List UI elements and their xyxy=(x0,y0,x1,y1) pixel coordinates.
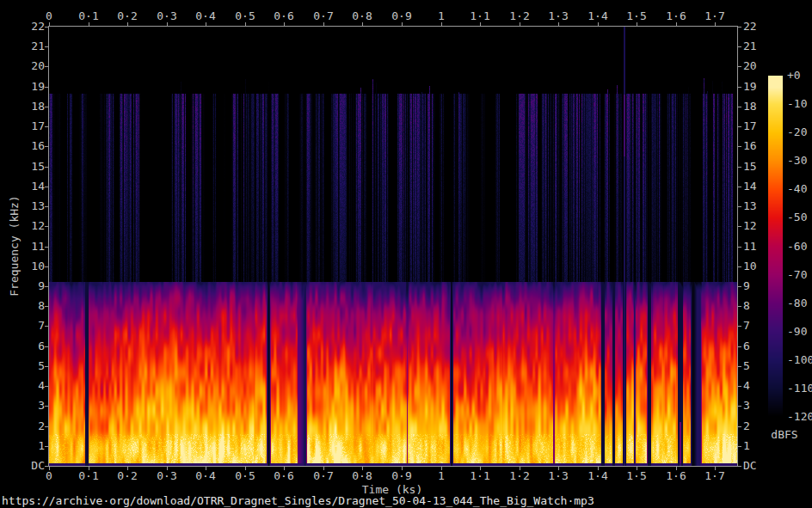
x-tick-label-bottom: 1 xyxy=(424,470,458,482)
x-tick-mark-top xyxy=(167,22,168,26)
x-tick-label-bottom: 1·7 xyxy=(698,470,732,482)
y-tick-mark-right xyxy=(738,266,741,267)
colorbar-tick-label: -120 xyxy=(787,411,812,423)
x-tick-mark-top xyxy=(480,22,481,26)
y-tick-mark-left xyxy=(45,27,48,28)
colorbar-tick-label: -110 xyxy=(787,383,812,395)
y-tick-mark-left xyxy=(45,406,48,407)
x-tick-label-bottom: 0 xyxy=(32,470,66,482)
x-tick-label-top: 0·2 xyxy=(110,10,145,22)
x-tick-mark-top xyxy=(245,22,246,26)
x-tick-label-bottom: 0·9 xyxy=(384,470,419,482)
y-tick-label-left: 4 xyxy=(9,380,45,392)
y-tick-mark-left xyxy=(45,226,48,227)
colorbar-unit-label: dBFS xyxy=(762,428,807,441)
colorbar-tick-label: -90 xyxy=(787,326,812,338)
x-tick-label-bottom: 0·5 xyxy=(228,470,262,482)
colorbar-tick-label: -70 xyxy=(787,269,812,281)
x-tick-mark-top xyxy=(362,22,363,26)
y-tick-mark-left xyxy=(45,46,48,47)
y-tick-mark-right xyxy=(738,466,741,467)
y-tick-mark-right xyxy=(738,87,741,88)
y-tick-label-right: DC xyxy=(743,460,778,472)
y-tick-mark-right xyxy=(738,187,741,187)
y-tick-mark-right xyxy=(738,66,741,67)
colorbar-tick-label: -30 xyxy=(787,155,812,167)
spectrogram-canvas xyxy=(49,27,737,466)
x-tick-label-top: 0·5 xyxy=(228,10,262,22)
y-tick-label-left: 18 xyxy=(9,101,45,113)
x-tick-mark-top xyxy=(637,22,637,26)
colorbar-tick-label: -60 xyxy=(787,241,812,253)
x-tick-label-top: 1·7 xyxy=(698,10,732,22)
y-tick-label-left: 1 xyxy=(9,440,45,452)
x-tick-label-top: 1·6 xyxy=(659,10,693,22)
x-tick-label-top: 1 xyxy=(424,10,458,22)
y-tick-label-left: 3 xyxy=(9,400,45,412)
y-tick-mark-right xyxy=(738,386,741,387)
y-tick-mark-left xyxy=(45,426,48,427)
x-tick-label-bottom: 1·2 xyxy=(502,470,537,482)
colorbar-gradient xyxy=(768,76,783,417)
y-tick-mark-right xyxy=(738,27,741,28)
y-tick-mark-right xyxy=(738,406,741,407)
x-tick-mark-top xyxy=(598,22,599,26)
y-tick-mark-right xyxy=(738,206,741,207)
x-tick-label-top: 0·1 xyxy=(71,10,106,22)
x-tick-mark-top xyxy=(206,22,206,26)
spectrogram-page: 00·10·20·30·40·50·60·70·80·911·11·21·31·… xyxy=(0,0,812,508)
y-tick-mark-left xyxy=(45,366,48,367)
y-tick-label-left: 6 xyxy=(9,340,45,352)
x-tick-label-bottom: 1·3 xyxy=(541,470,575,482)
y-tick-mark-left xyxy=(45,306,48,307)
x-tick-mark-top xyxy=(520,22,520,26)
y-tick-mark-right xyxy=(738,126,741,127)
y-tick-mark-right xyxy=(738,46,741,47)
x-tick-label-bottom: 1·4 xyxy=(581,470,615,482)
x-tick-label-bottom: 1·6 xyxy=(659,470,693,482)
y-tick-mark-right xyxy=(738,286,741,287)
y-tick-mark-right xyxy=(738,247,741,248)
plot-area xyxy=(48,26,738,467)
source-url-caption: https://archive·org/download/OTRR_Dragne… xyxy=(2,494,594,507)
y-tick-mark-left xyxy=(45,446,48,447)
colorbar-tick-label: -40 xyxy=(787,183,812,195)
y-tick-label-left: 19 xyxy=(9,81,45,93)
y-tick-label-left: 17 xyxy=(9,120,45,132)
y-axis-title: Frequency (kHz) xyxy=(8,195,21,296)
y-tick-mark-left xyxy=(45,107,48,107)
colorbar-tick-label: +0 xyxy=(787,70,812,82)
y-tick-mark-left xyxy=(45,167,48,168)
y-tick-label-left: 7 xyxy=(9,320,45,332)
x-tick-label-top: 1·1 xyxy=(463,10,497,22)
x-tick-label-top: 1·4 xyxy=(581,10,615,22)
y-tick-mark-left xyxy=(45,286,48,287)
x-tick-label-top: 0·3 xyxy=(150,10,184,22)
y-tick-mark-left xyxy=(45,126,48,127)
x-tick-mark-top xyxy=(49,22,50,26)
y-tick-mark-left xyxy=(45,466,48,467)
y-tick-mark-right xyxy=(738,346,741,347)
x-tick-label-top: 0·8 xyxy=(345,10,379,22)
y-tick-mark-left xyxy=(45,247,48,248)
y-tick-mark-right xyxy=(738,366,741,367)
y-tick-label-right: 20 xyxy=(743,60,778,72)
y-tick-label-left: 8 xyxy=(9,300,45,312)
y-tick-mark-left xyxy=(45,326,48,327)
y-tick-mark-right xyxy=(738,426,741,427)
y-tick-label-right: 22 xyxy=(743,21,778,33)
x-tick-mark-top xyxy=(441,22,442,26)
colorbar-tick-label: -80 xyxy=(787,297,812,309)
x-tick-label-bottom: 0·6 xyxy=(267,470,301,482)
y-tick-label-left: 5 xyxy=(9,360,45,372)
y-tick-mark-left xyxy=(45,266,48,267)
x-tick-mark-top xyxy=(127,22,128,26)
x-tick-label-top: 0·9 xyxy=(384,10,419,22)
y-tick-mark-right xyxy=(738,226,741,227)
x-tick-mark-top xyxy=(89,22,89,26)
x-tick-mark-top xyxy=(402,22,403,26)
y-tick-mark-left xyxy=(45,206,48,207)
x-tick-mark-top xyxy=(284,22,285,26)
y-tick-label-left: 22 xyxy=(9,21,45,33)
x-tick-label-top: 0·7 xyxy=(306,10,341,22)
